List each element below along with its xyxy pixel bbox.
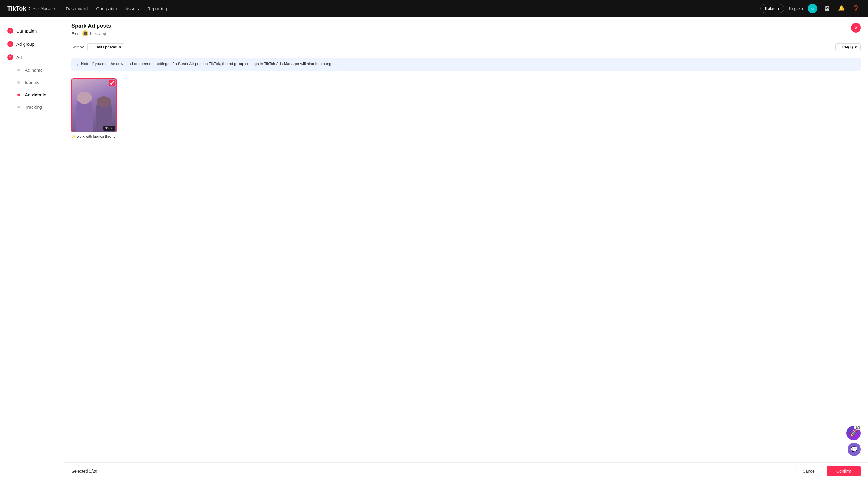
modal-sort-bar: Sort by ↑ Last updated ▾ Filter(1) ▾ [64,40,868,54]
sort-option-label: Last updated [95,45,117,49]
chevron-down-icon: ▾ [778,6,780,11]
cancel-button[interactable]: Cancel [795,466,823,476]
selected-indicator [71,78,117,133]
dot-icon [18,81,20,84]
post-select-checkbox[interactable] [109,80,115,86]
selected-count: Selected 1/20 [71,469,97,474]
sidebar-label-adgroup: Ad group [16,41,35,47]
sort-by-label: Sort by [71,45,84,49]
messages-icon[interactable]: 🗳 [822,4,832,13]
spark-ad-modal-panel: Spark Ad posts From 🅱 boksiapp ✕ Sort by… [64,17,868,480]
account-avatar-icon: 🅱 [82,30,88,36]
logo-ads-manager: Ads Manager [33,6,56,11]
sidebar-label-campaign: Campaign [16,28,37,33]
chat-message-icon: 💬 [851,446,858,453]
post-caption: ✨ work with brands through Bo... [71,134,117,139]
nav-assets[interactable]: Assets [125,5,139,12]
nav-reporting[interactable]: Reporting [147,5,167,12]
dot-icon [18,106,20,108]
sidebar: ✓ Campaign ✓ Ad group 3 Ad Ad name Ident… [0,17,64,480]
nav-dashboard[interactable]: Dashboard [66,5,88,12]
modal-title: Spark Ad posts [71,23,111,29]
sidebar-item-addetails[interactable]: Ad details [0,89,64,101]
sidebar-item-identity[interactable]: Identity [0,76,64,89]
filter-chevron-icon: ▾ [855,45,857,49]
logo: TikTok : Ads Manager [7,5,56,12]
sidebar-item-adname[interactable]: Ad name [0,64,64,76]
sort-up-icon: ↑ [91,45,93,49]
chat-widget: 🚀 1/3 💬 [846,426,861,456]
notice-text: Note: If you edit the download or commen… [81,61,337,67]
chat-count-badge: 1/3 [854,425,861,430]
top-navigation: TikTok : Ads Manager Dashboard Campaign … [0,0,868,17]
avatar[interactable]: u [808,4,817,13]
step-number-icon: 3 [7,54,13,60]
chat-rocket-button[interactable]: 🚀 1/3 [846,426,861,440]
nav-right: Boksi ▾ English u 🗳 🔔 ❓ [761,4,861,13]
sidebar-label-identity: Identity [25,80,39,85]
sidebar-item-ad[interactable]: 3 Ad [0,50,64,64]
post-thumbnail: 00:05 [71,78,117,133]
rocket-icon: 🚀 [850,430,858,437]
help-icon[interactable]: ❓ [851,4,861,13]
modal-title-area: Spark Ad posts From 🅱 boksiapp [71,23,111,36]
nav-links: Dashboard Campaign Assets Reporting [66,5,751,12]
spark-ad-modal-overlay: Spark Ad posts From 🅱 boksiapp ✕ Sort by… [64,17,868,480]
modal-footer: Selected 1/20 Cancel Confirm [64,462,868,480]
sidebar-item-campaign[interactable]: ✓ Campaign [0,24,64,37]
sidebar-label-tracking: Tracking [25,104,42,110]
sidebar-label-ad: Ad [16,55,22,60]
sort-select[interactable]: ↑ Last updated ▾ [87,43,124,51]
nav-campaign[interactable]: Campaign [96,5,117,12]
check-icon: ✓ [7,28,13,34]
modal-close-button[interactable]: ✕ [851,23,861,33]
modal-header: Spark Ad posts From 🅱 boksiapp ✕ [64,17,868,40]
sort-chevron-icon: ▾ [119,45,121,49]
footer-actions: Cancel Confirm [795,466,861,476]
dot-icon [18,69,20,71]
post-card[interactable]: 00:05 ✨ work with brands through Bo... [71,78,117,458]
posts-grid: 00:05 ✨ work with brands through Bo... [64,75,868,462]
dot-active-icon [18,94,20,96]
check-icon: ✓ [7,41,13,47]
chat-message-button[interactable]: 💬 [847,443,861,456]
from-label: From [71,31,81,36]
notice-bar: ℹ Note: If you edit the download or comm… [71,58,861,71]
notifications-icon[interactable]: 🔔 [837,4,846,13]
confirm-button[interactable]: Confirm [827,466,861,476]
logo-tiktok: TikTok [7,5,26,12]
sidebar-item-adgroup[interactable]: ✓ Ad group [0,37,64,50]
sidebar-item-tracking[interactable]: Tracking [0,101,64,113]
filter-button[interactable]: Filter(1) ▾ [835,43,861,51]
from-account: boksiapp [90,31,106,36]
logo-colon: : [29,5,30,12]
info-icon: ℹ [76,62,78,67]
sidebar-label-addetails: Ad details [25,92,46,97]
account-name: Boksi [765,6,775,11]
sidebar-label-adname: Ad name [25,67,43,73]
account-selector[interactable]: Boksi ▾ [761,4,784,13]
language-label[interactable]: English [789,6,803,11]
filter-label: Filter(1) [839,45,853,49]
modal-from: From 🅱 boksiapp [71,30,111,36]
